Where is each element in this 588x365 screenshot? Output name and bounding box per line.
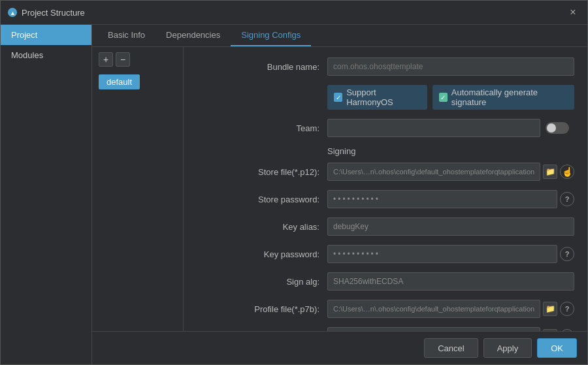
auto-sign-group: ✓ Automatically generate signature xyxy=(433,85,574,110)
profile-file-wrap: 📁 ? xyxy=(327,300,574,318)
project-structure-dialog: ▲ Project Structure × Project Modules Ba… xyxy=(0,0,588,365)
auto-sign-label: Automatically generate signature xyxy=(451,87,568,107)
main-panel: Basic Info Dependencies Signing Configs … xyxy=(92,25,587,364)
profile-file-row: Profile file(*.p7b): 📁 ? xyxy=(197,300,574,318)
app-icon: ▲ xyxy=(7,7,18,18)
team-row: Team: xyxy=(197,119,574,137)
store-password-input[interactable] xyxy=(327,190,557,208)
key-password-input[interactable] xyxy=(327,245,557,263)
store-password-row: Store password: ? xyxy=(197,190,574,208)
options-row: ✓ Support HarmonyOS ✓ Automatically gene… xyxy=(197,85,574,110)
cancel-button[interactable]: Cancel xyxy=(424,338,478,358)
sidebar-item-project[interactable]: Project xyxy=(1,25,91,45)
profile-file-browse-button[interactable]: 📁 xyxy=(543,302,557,316)
team-select-wrap xyxy=(327,119,574,137)
key-alias-row: Key alias: xyxy=(197,217,574,236)
store-file-wrap: 📁 ☝ xyxy=(327,163,574,181)
support-harmony-label: Support HarmonyOS xyxy=(346,87,420,107)
profile-file-input[interactable] xyxy=(327,300,540,318)
bundle-name-row: Bundle name: xyxy=(197,57,574,76)
store-password-help-button[interactable]: ? xyxy=(560,192,574,206)
title-bar: ▲ Project Structure × xyxy=(1,1,587,25)
fingerprint-icon: ☝ xyxy=(562,167,573,177)
key-alias-input[interactable] xyxy=(327,217,574,236)
bundle-name-input[interactable] xyxy=(327,57,574,76)
store-password-wrap: ? xyxy=(327,190,574,208)
store-file-input[interactable] xyxy=(327,163,540,181)
bottom-bar: Cancel Apply OK xyxy=(92,331,587,364)
store-file-browse-button[interactable]: 📁 xyxy=(543,165,557,179)
svg-text:▲: ▲ xyxy=(10,10,16,16)
support-harmony-group: ✓ Support HarmonyOS xyxy=(327,85,427,110)
signing-header: Signing xyxy=(327,146,574,156)
profile-file-label: Profile file(*.p7b): xyxy=(197,304,327,314)
tabs-bar: Basic Info Dependencies Signing Configs xyxy=(92,25,587,47)
team-label: Team: xyxy=(197,123,327,133)
tab-signing-configs[interactable]: Signing Configs xyxy=(231,25,311,46)
team-select[interactable] xyxy=(327,119,540,137)
team-toggle[interactable] xyxy=(546,122,569,134)
key-password-wrap: ? xyxy=(327,245,574,263)
content-area: Project Modules Basic Info Dependencies … xyxy=(1,25,587,364)
sidebar-item-modules[interactable]: Modules xyxy=(1,45,91,65)
sign-alg-row: Sign alg: xyxy=(197,272,574,291)
auto-sign-checkbox[interactable]: ✓ xyxy=(439,93,448,102)
config-toolbar: + − xyxy=(99,52,176,67)
dialog-title: Project Structure xyxy=(22,8,565,18)
sidebar-section: Project Modules xyxy=(1,25,91,65)
add-config-button[interactable]: + xyxy=(99,52,113,67)
store-file-label: Store file(*.p12): xyxy=(197,167,327,177)
key-password-label: Key password: xyxy=(197,249,327,259)
key-alias-label: Key alias: xyxy=(197,222,327,232)
store-file-row: Store file(*.p12): 📁 ☝ xyxy=(197,163,574,181)
config-item-default[interactable]: default xyxy=(99,74,140,89)
key-password-help-button[interactable]: ? xyxy=(560,247,574,261)
key-password-row: Key password: ? xyxy=(197,245,574,263)
bundle-name-label: Bundle name: xyxy=(197,62,327,72)
store-password-label: Store password: xyxy=(197,195,327,204)
profile-file-help-button[interactable]: ? xyxy=(560,302,574,316)
remove-config-button[interactable]: − xyxy=(116,52,130,67)
apply-button[interactable]: Apply xyxy=(483,338,532,358)
sign-alg-label: Sign alg: xyxy=(197,277,327,287)
sign-alg-input[interactable] xyxy=(327,272,574,291)
support-harmony-checkbox[interactable]: ✓ xyxy=(334,93,342,102)
form-area: Bundle name: ✓ Support HarmonyOS ✓ Autom… xyxy=(184,47,587,331)
tab-dependencies[interactable]: Dependencies xyxy=(155,25,231,46)
sidebar: Project Modules xyxy=(1,25,92,364)
ok-button[interactable]: OK xyxy=(537,338,577,358)
tab-basic-info[interactable]: Basic Info xyxy=(97,25,155,46)
store-file-help-button[interactable]: ☝ xyxy=(560,165,574,179)
close-button[interactable]: × xyxy=(565,5,581,20)
